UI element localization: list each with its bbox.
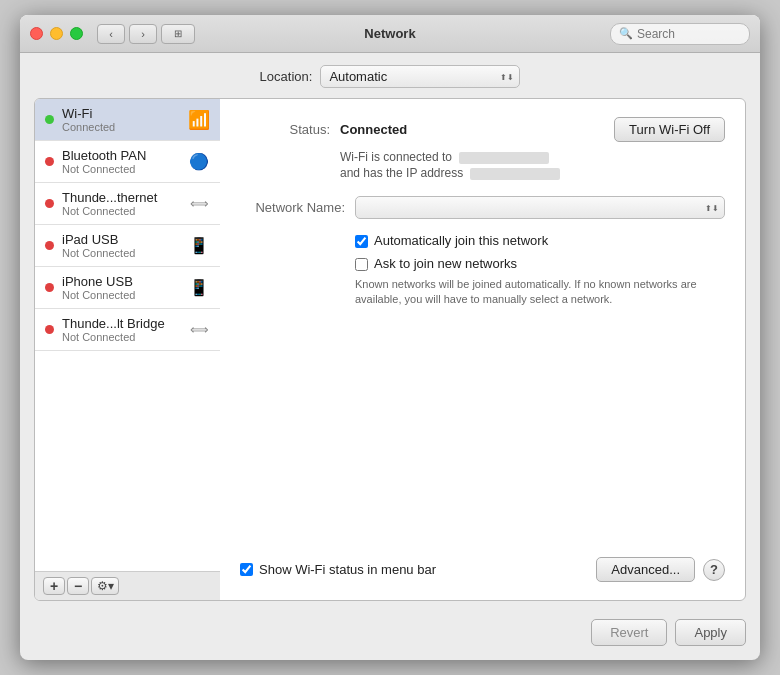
main-window: ‹ › ⊞ Network 🔍 Location: Automatic xyxy=(20,15,760,660)
sidebar-item-wifi-status: Connected xyxy=(62,121,180,133)
show-wifi-checkbox[interactable] xyxy=(240,563,253,576)
window-controls xyxy=(30,27,83,40)
status-dot-wifi xyxy=(45,115,54,124)
thunderbolt-eth-icon: ⟺ xyxy=(188,196,210,211)
apply-button[interactable]: Apply xyxy=(675,619,746,646)
network-name-select-wrap xyxy=(355,196,725,219)
ask-join-checkbox[interactable] xyxy=(355,258,368,271)
show-wifi-label: Show Wi-Fi status in menu bar xyxy=(259,562,436,577)
forward-button[interactable]: › xyxy=(129,24,157,44)
grid-button[interactable]: ⊞ xyxy=(161,24,195,44)
window-title: Network xyxy=(364,26,415,41)
sidebar-item-wifi[interactable]: Wi-Fi Connected 📶 xyxy=(35,99,220,141)
location-row: Location: Automatic xyxy=(20,53,760,98)
network-name-label: Network Name: xyxy=(240,200,345,215)
network-name-row: Network Name: xyxy=(240,196,725,219)
location-label: Location: xyxy=(260,69,313,84)
gear-menu-button[interactable]: ⚙▾ xyxy=(91,577,119,595)
titlebar: ‹ › ⊞ Network 🔍 xyxy=(20,15,760,53)
turn-wifi-button[interactable]: Turn Wi-Fi Off xyxy=(614,117,725,142)
iphone-icon: 📱 xyxy=(188,278,210,297)
remove-network-button[interactable]: − xyxy=(67,577,89,595)
footer: Revert Apply xyxy=(20,611,760,660)
status-row: Status: Connected Turn Wi-Fi Off xyxy=(240,117,725,142)
location-select[interactable]: Automatic xyxy=(320,65,520,88)
sidebar-item-iphone-status: Not Connected xyxy=(62,289,180,301)
ask-join-label: Ask to join new networks xyxy=(374,256,517,271)
status-dot-thunderbolt-eth xyxy=(45,199,54,208)
sidebar-item-bluetooth-status: Not Connected xyxy=(62,163,180,175)
sidebar-item-wifi-name: Wi-Fi xyxy=(62,106,180,121)
main-content: Wi-Fi Connected 📶 Bluetooth PAN Not Conn… xyxy=(34,98,746,601)
sidebar-item-thunderbolt-bridge-text: Thunde...lt Bridge Not Connected xyxy=(62,316,180,343)
sidebar-item-ipad-status: Not Connected xyxy=(62,247,180,259)
bluetooth-icon: 🔵 xyxy=(188,152,210,171)
search-input[interactable] xyxy=(637,27,747,41)
sidebar-item-thunderbolt-bridge[interactable]: Thunde...lt Bridge Not Connected ⟺ xyxy=(35,309,220,351)
sidebar: Wi-Fi Connected 📶 Bluetooth PAN Not Conn… xyxy=(35,99,220,600)
sidebar-item-thunderbolt-eth-status: Not Connected xyxy=(62,205,180,217)
search-icon: 🔍 xyxy=(619,27,633,40)
sidebar-items-list: Wi-Fi Connected 📶 Bluetooth PAN Not Conn… xyxy=(35,99,220,351)
location-select-wrap: Automatic xyxy=(320,65,520,88)
status-dot-bluetooth xyxy=(45,157,54,166)
back-button[interactable]: ‹ xyxy=(97,24,125,44)
network-name-select[interactable] xyxy=(355,196,725,219)
wifi-icon: 📶 xyxy=(188,109,210,131)
known-networks-note: Known networks will be joined automatica… xyxy=(355,277,725,308)
sidebar-item-thunderbolt-eth-text: Thunde...thernet Not Connected xyxy=(62,190,180,217)
sidebar-item-thunderbolt-bridge-status: Not Connected xyxy=(62,331,180,343)
sidebar-item-wifi-text: Wi-Fi Connected xyxy=(62,106,180,133)
panel-bottom-right: Advanced... ? xyxy=(596,557,725,582)
status-dot-thunderbolt-bridge xyxy=(45,325,54,334)
sidebar-item-bluetooth[interactable]: Bluetooth PAN Not Connected 🔵 xyxy=(35,141,220,183)
show-wifi-row: Show Wi-Fi status in menu bar xyxy=(240,562,436,577)
sidebar-item-iphone-text: iPhone USB Not Connected xyxy=(62,274,180,301)
wifi-info-line1: Wi-Fi is connected to xyxy=(340,150,725,164)
maximize-button[interactable] xyxy=(70,27,83,40)
sidebar-item-iphone[interactable]: iPhone USB Not Connected 📱 xyxy=(35,267,220,309)
checkboxes: Automatically join this network Ask to j… xyxy=(355,233,725,271)
status-label: Status: xyxy=(240,122,330,137)
status-dot-iphone xyxy=(45,283,54,292)
nav-buttons: ‹ › xyxy=(97,24,157,44)
sidebar-bottom-bar: + − ⚙▾ xyxy=(35,571,220,600)
revert-button[interactable]: Revert xyxy=(591,619,667,646)
ask-join-row: Ask to join new networks xyxy=(355,256,725,271)
sidebar-item-thunderbolt-bridge-name: Thunde...lt Bridge xyxy=(62,316,180,331)
right-panel: Status: Connected Turn Wi-Fi Off Wi-Fi i… xyxy=(220,99,745,600)
sidebar-item-ipad[interactable]: iPad USB Not Connected 📱 xyxy=(35,225,220,267)
ip-redacted xyxy=(470,168,560,180)
panel-bottom: Show Wi-Fi status in menu bar Advanced..… xyxy=(240,557,725,582)
sidebar-item-ipad-name: iPad USB xyxy=(62,232,180,247)
close-button[interactable] xyxy=(30,27,43,40)
status-value: Connected xyxy=(340,122,407,137)
ssid-redacted xyxy=(459,152,549,164)
thunderbolt-bridge-icon: ⟺ xyxy=(188,322,210,337)
auto-join-label: Automatically join this network xyxy=(374,233,548,248)
sidebar-item-iphone-name: iPhone USB xyxy=(62,274,180,289)
wifi-info-line2: and has the IP address xyxy=(340,166,725,180)
sidebar-item-thunderbolt-eth-name: Thunde...thernet xyxy=(62,190,180,205)
sidebar-item-ipad-text: iPad USB Not Connected xyxy=(62,232,180,259)
help-button[interactable]: ? xyxy=(703,559,725,581)
auto-join-row: Automatically join this network xyxy=(355,233,725,248)
advanced-button[interactable]: Advanced... xyxy=(596,557,695,582)
minimize-button[interactable] xyxy=(50,27,63,40)
ipad-icon: 📱 xyxy=(188,236,210,255)
sidebar-item-bluetooth-text: Bluetooth PAN Not Connected xyxy=(62,148,180,175)
sidebar-item-bluetooth-name: Bluetooth PAN xyxy=(62,148,180,163)
auto-join-checkbox[interactable] xyxy=(355,235,368,248)
search-box[interactable]: 🔍 xyxy=(610,23,750,45)
add-network-button[interactable]: + xyxy=(43,577,65,595)
status-dot-ipad xyxy=(45,241,54,250)
sidebar-item-thunderbolt-eth[interactable]: Thunde...thernet Not Connected ⟺ xyxy=(35,183,220,225)
